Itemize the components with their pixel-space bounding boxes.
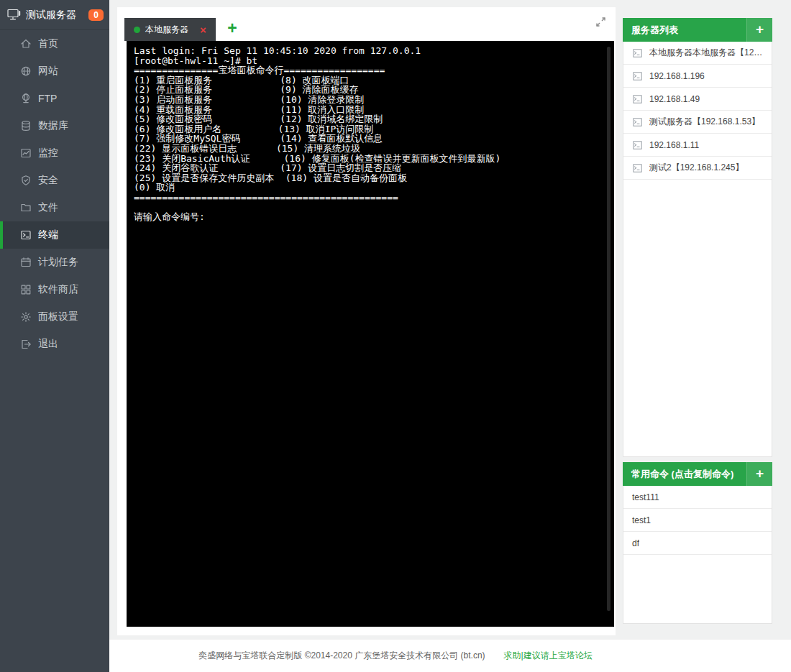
server-list-panel: 服务器列表 + 本地服务器本地服务器【127.0.0.... 192.168.1… bbox=[623, 18, 772, 457]
sidebar-item-settings[interactable]: 面板设置 bbox=[0, 303, 109, 331]
terminal-tab-bar: 本地服务器 × + bbox=[117, 7, 616, 41]
sidebar-item-appstore[interactable]: 软件商店 bbox=[0, 276, 109, 303]
command-item[interactable]: test1 bbox=[623, 509, 772, 532]
sidebar-item-website[interactable]: 网站 bbox=[0, 57, 109, 85]
sidebar-item-cron[interactable]: 计划任务 bbox=[0, 249, 109, 276]
server-item[interactable]: 本地服务器本地服务器【127.0.0.... bbox=[623, 42, 772, 65]
forum-link[interactable]: 求助|建议请上宝塔论坛 bbox=[504, 650, 593, 661]
terminal-screen[interactable]: Last login: Fri Sep 11 10:45:10 2020 fro… bbox=[127, 41, 614, 627]
terminal-icon bbox=[632, 117, 643, 127]
sidebar-item-terminal[interactable]: 终端 bbox=[0, 221, 109, 249]
server-list-title: 服务器列表 bbox=[623, 24, 678, 37]
common-commands-title: 常用命令 (点击复制命令) bbox=[623, 468, 733, 481]
chart-monitor-icon bbox=[20, 147, 32, 159]
new-terminal-button[interactable]: + bbox=[223, 19, 242, 39]
add-command-button[interactable]: + bbox=[746, 462, 772, 486]
server-item[interactable]: 测试服务器【192.168.1.53】 bbox=[623, 111, 772, 134]
terminal-icon bbox=[632, 71, 643, 81]
command-item[interactable]: df bbox=[623, 532, 772, 555]
server-list-header: 服务器列表 + bbox=[623, 18, 772, 42]
status-dot-icon bbox=[134, 27, 140, 33]
terminal-icon bbox=[632, 48, 643, 58]
sidebar-item-logout[interactable]: 退出 bbox=[0, 331, 109, 358]
globe-icon bbox=[20, 65, 32, 77]
sidebar-item-home[interactable]: 首页 bbox=[0, 30, 109, 57]
footer: 奕盛网络与宝塔联合定制版 ©2014-2020 广东堡塔安全技术有限公司 (bt… bbox=[0, 640, 791, 672]
sidebar-item-monitor[interactable]: 监控 bbox=[0, 139, 109, 167]
gear-icon bbox=[20, 311, 32, 323]
terminal-output: Last login: Fri Sep 11 10:45:10 2020 fro… bbox=[127, 41, 614, 227]
sidebar-item-files[interactable]: 文件 bbox=[0, 194, 109, 221]
shield-icon bbox=[20, 175, 32, 186]
sidebar: 测试服务器 0 首页 网站 FTP 数据库 监控 安全 文件 终端 计划任务 软… bbox=[0, 0, 109, 672]
terminal-icon bbox=[632, 140, 643, 150]
add-server-button[interactable]: + bbox=[746, 18, 772, 42]
common-commands-header: 常用命令 (点击复制命令) + bbox=[623, 462, 772, 486]
sidebar-item-database[interactable]: 数据库 bbox=[0, 112, 109, 139]
logout-icon bbox=[20, 339, 32, 350]
close-tab-icon[interactable]: × bbox=[200, 24, 206, 35]
current-server-title: 测试服务器 bbox=[26, 9, 76, 22]
terminal-icon bbox=[632, 163, 643, 173]
server-item[interactable]: 192.168.1.49 bbox=[623, 88, 772, 111]
server-switcher[interactable]: 测试服务器 0 bbox=[0, 0, 109, 30]
terminal-icon bbox=[20, 229, 32, 241]
common-commands-panel: 常用命令 (点击复制命令) + test111 test1 df bbox=[623, 462, 772, 624]
grid-icon bbox=[20, 284, 32, 295]
expand-icon[interactable] bbox=[595, 16, 607, 28]
calendar-icon bbox=[20, 257, 32, 268]
server-item[interactable]: 192.168.1.11 bbox=[623, 134, 772, 157]
database-icon bbox=[20, 120, 32, 132]
sidebar-item-ftp[interactable]: FTP bbox=[0, 85, 109, 112]
server-item[interactable]: 192.168.1.196 bbox=[623, 65, 772, 88]
terminal-scrollbar[interactable] bbox=[607, 47, 611, 611]
home-icon bbox=[20, 38, 32, 50]
monitor-icon bbox=[7, 9, 21, 21]
command-item[interactable]: test111 bbox=[623, 486, 772, 509]
sidebar-item-security[interactable]: 安全 bbox=[0, 167, 109, 194]
copyright-text: 奕盛网络与宝塔联合定制版 ©2014-2020 广东堡塔安全技术有限公司 (bt… bbox=[198, 650, 485, 661]
tab-local-server[interactable]: 本地服务器 × bbox=[124, 18, 216, 41]
terminal-icon bbox=[632, 94, 643, 104]
tab-label: 本地服务器 bbox=[145, 24, 188, 36]
server-item[interactable]: 测试2【192.168.1.245】 bbox=[623, 157, 772, 180]
notification-badge[interactable]: 0 bbox=[88, 9, 104, 21]
folder-icon bbox=[20, 202, 32, 213]
terminal-card: 本地服务器 × + Last login: Fri Sep 11 10:45:1… bbox=[117, 7, 616, 635]
ftp-icon bbox=[20, 93, 32, 104]
